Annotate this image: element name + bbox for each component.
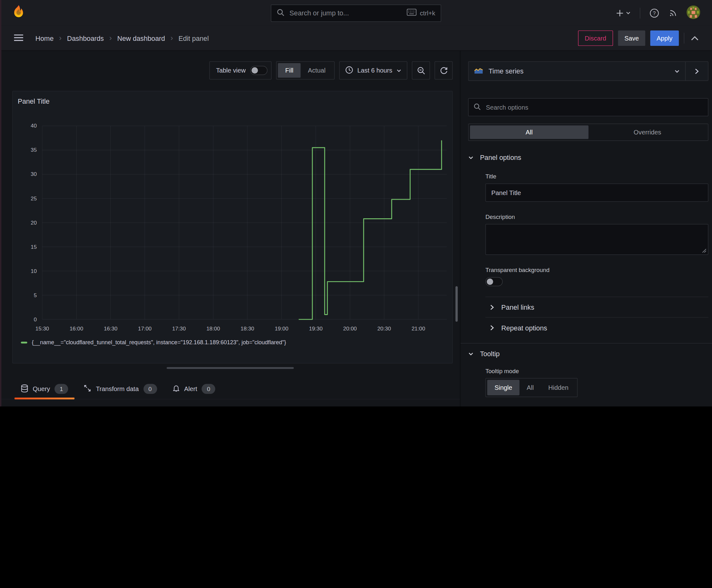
help-button[interactable]: ?	[649, 8, 659, 18]
search-icon	[474, 103, 481, 111]
svg-text:30: 30	[31, 171, 37, 177]
search-input[interactable]	[288, 8, 403, 17]
svg-text:5: 5	[34, 292, 37, 298]
timeseries-chart[interactable]: 051015202530354015:3016:0016:3017:0017:3…	[16, 110, 449, 337]
svg-text:15:30: 15:30	[36, 326, 49, 332]
svg-text:40: 40	[31, 123, 37, 129]
chevron-right-icon	[695, 68, 699, 74]
tab-all[interactable]: All	[470, 125, 588, 139]
description-label: Description	[486, 214, 708, 220]
svg-text:15: 15	[31, 244, 37, 250]
panel-title-input[interactable]	[486, 184, 708, 202]
menu-hamburger-icon[interactable]	[14, 34, 24, 42]
visualization-picker: Time series	[468, 61, 708, 81]
breadcrumb: Home › Dashboards › New dashboard › Edit…	[36, 34, 209, 43]
panel-links-section[interactable]: Panel links	[486, 297, 708, 317]
svg-text:21:00: 21:00	[412, 326, 425, 332]
svg-text:20: 20	[31, 219, 37, 226]
breadcrumb-separator-icon: ›	[109, 34, 112, 43]
tooltip-hidden-option[interactable]: Hidden	[541, 380, 576, 395]
bell-icon	[172, 384, 179, 394]
tooltip-single-option[interactable]: Single	[487, 380, 520, 395]
tooltip-mode-switch: Single All Hidden	[486, 378, 577, 397]
chart-legend[interactable]: {__name__="cloudflared_tunnel_total_requ…	[21, 339, 286, 345]
chevron-down-icon	[396, 68, 402, 73]
svg-text:0: 0	[34, 316, 37, 322]
tab-overrides[interactable]: Overrides	[588, 125, 707, 139]
user-avatar[interactable]	[687, 5, 700, 20]
chevron-down-icon	[674, 68, 679, 74]
grafana-logo[interactable]	[12, 4, 25, 21]
panel-options-sidebar: Time series All Overrides Pa	[460, 51, 712, 406]
news-rss-button[interactable]	[668, 8, 677, 18]
all-overrides-tabs: All Overrides	[468, 123, 708, 141]
svg-text:17:00: 17:00	[138, 326, 152, 332]
tab-transform-data[interactable]: Transform data 0	[77, 379, 163, 399]
panel-options-heading: Panel options	[480, 153, 521, 162]
panel-resize-handle[interactable]	[166, 367, 294, 369]
edit-area: Table view Fill Actual Last 6 hours	[0, 51, 460, 406]
transparent-background-toggle[interactable]	[486, 277, 503, 286]
tooltip-section-header[interactable]: Tooltip	[468, 350, 708, 358]
refresh-button[interactable]	[434, 61, 453, 80]
breadcrumb-dashboards[interactable]: Dashboards	[67, 34, 104, 42]
visualization-select[interactable]: Time series	[469, 62, 685, 80]
panel-toolbar: Table view Fill Actual Last 6 hours	[0, 61, 453, 80]
shortcut-label: ctrl+k	[420, 9, 435, 17]
svg-text:17:30: 17:30	[172, 326, 186, 332]
svg-text:20:30: 20:30	[377, 326, 391, 332]
tab-query[interactable]: Query 1	[15, 379, 74, 399]
options-search-input[interactable]	[485, 103, 703, 111]
resize-corner-icon[interactable]	[702, 249, 706, 253]
topbar-divider	[640, 7, 640, 19]
panel-links-label: Panel links	[501, 303, 534, 311]
breadcrumb-new-dashboard[interactable]: New dashboard	[117, 34, 165, 42]
options-search[interactable]	[468, 98, 708, 116]
panel-options-section-header[interactable]: Panel options	[468, 153, 708, 162]
time-range-label: Last 6 hours	[357, 67, 392, 74]
top-bar: ctrl+k ?	[0, 0, 712, 26]
new-dropdown-button[interactable]	[616, 9, 631, 17]
svg-text:18:00: 18:00	[206, 326, 220, 332]
actual-option[interactable]: Actual	[301, 63, 333, 78]
description-textarea[interactable]	[486, 224, 708, 255]
vertical-scrollbar[interactable]	[455, 286, 458, 322]
fill-option[interactable]: Fill	[278, 63, 300, 78]
collapse-header-icon[interactable]	[691, 35, 698, 42]
svg-text:16:30: 16:30	[104, 326, 117, 332]
tooltip-mode-label: Tooltip mode	[486, 368, 708, 374]
bottom-tabs: Query 1 Transform data 0 Alert 0	[0, 379, 460, 399]
table-view-control: Table view	[209, 61, 272, 80]
svg-text:?: ?	[653, 10, 656, 16]
zoom-out-button[interactable]	[412, 61, 430, 80]
transparent-background-label: Transparent background	[486, 267, 708, 274]
table-view-label: Table view	[216, 67, 246, 74]
tab-query-label: Query	[33, 385, 50, 393]
title-label: Title	[486, 173, 708, 180]
tab-alert[interactable]: Alert 0	[166, 379, 222, 399]
tooltip-heading: Tooltip	[480, 350, 500, 358]
fill-actual-switch: Fill Actual	[276, 61, 335, 80]
nav-bar: Home › Dashboards › New dashboard › Edit…	[0, 26, 712, 51]
tooltip-all-option[interactable]: All	[520, 380, 541, 395]
svg-text:25: 25	[31, 195, 37, 202]
save-button[interactable]: Save	[618, 30, 645, 46]
global-search[interactable]: ctrl+k	[271, 4, 441, 22]
breadcrumb-separator-icon: ›	[170, 34, 173, 43]
series-color-marker	[21, 342, 27, 344]
series-label: {__name__="cloudflared_tunnel_total_requ…	[32, 339, 286, 345]
svg-text:19:00: 19:00	[275, 326, 288, 332]
discard-button[interactable]: Discard	[578, 30, 613, 46]
breadcrumb-home[interactable]: Home	[36, 34, 54, 42]
viz-suggestions-button[interactable]	[685, 62, 708, 80]
time-range-picker[interactable]: Last 6 hours	[339, 61, 407, 80]
breadcrumb-edit-panel: Edit panel	[178, 34, 209, 42]
tab-transform-label: Transform data	[96, 385, 139, 393]
svg-text:10: 10	[31, 268, 37, 274]
panel-title: Panel Title	[18, 97, 49, 105]
timeseries-viz-icon	[474, 67, 483, 75]
apply-button[interactable]: Apply	[650, 30, 679, 46]
table-view-toggle[interactable]	[250, 66, 267, 75]
clock-icon	[345, 66, 353, 75]
repeat-options-section[interactable]: Repeat options	[486, 318, 708, 338]
